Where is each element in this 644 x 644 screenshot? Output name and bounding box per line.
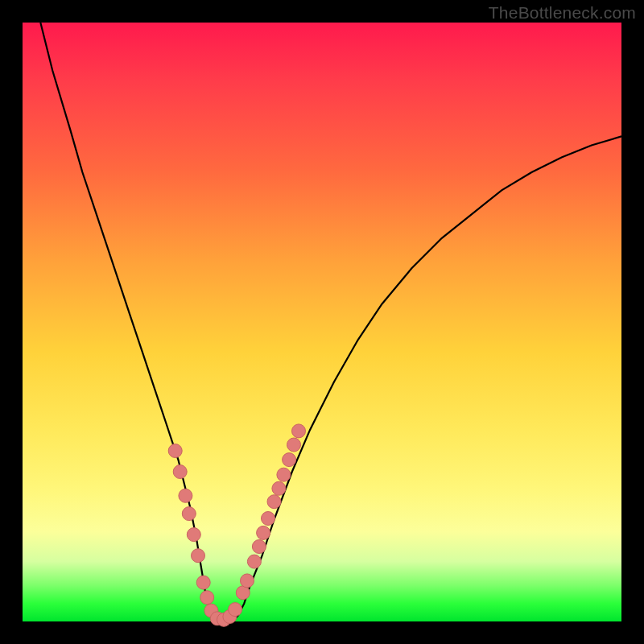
curve-marker [272,481,286,495]
chart-frame: TheBottleneck.com [0,0,644,644]
plot-area [23,23,621,621]
curve-marker [252,540,266,554]
curve-marker [257,526,270,539]
curve-marker [241,574,254,588]
curve-marker [200,591,214,605]
curve-marker [182,507,196,521]
curve-marker [229,603,242,617]
curve-svg [23,23,621,621]
curve-markers [168,424,305,626]
curve-marker [247,555,261,568]
curve-marker [277,468,291,481]
watermark-label: TheBottleneck.com [489,3,636,23]
curve-marker [283,453,296,467]
curve-marker [267,495,281,509]
curve-marker [196,576,210,589]
curve-marker [173,465,187,479]
curve-marker [287,438,301,452]
curve-marker [168,444,182,458]
curve-marker [179,489,192,502]
curve-marker [187,528,200,542]
bottleneck-curve [40,23,621,621]
curve-marker [292,424,306,438]
curve-marker [192,549,205,563]
curve-marker [262,512,275,526]
